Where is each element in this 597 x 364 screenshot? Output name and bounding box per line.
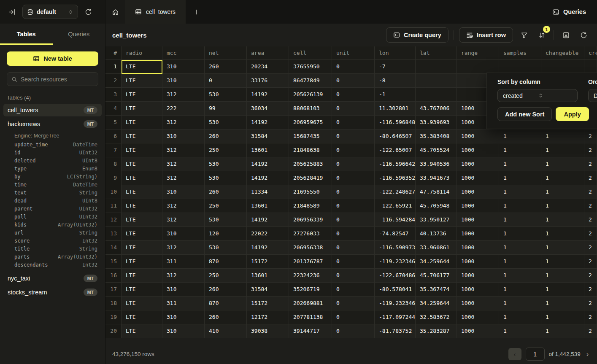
table-cell[interactable]: LTE xyxy=(122,269,162,283)
table-cell[interactable]: 1 xyxy=(499,213,541,227)
table-cell[interactable]: 2 xyxy=(584,324,597,338)
table-cell[interactable]: 201376787 xyxy=(289,255,332,269)
new-tab-button[interactable] xyxy=(186,0,207,24)
table-cell[interactable]: 1 xyxy=(541,199,584,213)
queries-button[interactable]: Queries xyxy=(552,8,586,16)
column-header-area[interactable]: area xyxy=(247,46,289,60)
table-cell[interactable]: -80.578041 xyxy=(375,283,416,297)
table-cell[interactable]: 99 xyxy=(205,102,247,116)
table-cell[interactable]: 1 xyxy=(541,185,584,199)
table-cell[interactable]: -122.65921 xyxy=(375,199,416,213)
table-cell[interactable]: 1 xyxy=(499,185,541,199)
table-cell[interactable]: 43.767006 xyxy=(416,102,457,116)
search-input[interactable] xyxy=(21,76,94,83)
table-cell[interactable]: 310 xyxy=(162,185,205,199)
table-cell[interactable]: 1000 xyxy=(457,283,499,297)
table-cell[interactable]: 35.383408 xyxy=(416,129,457,143)
table-cell[interactable] xyxy=(416,60,457,74)
table-cell[interactable]: -7 xyxy=(375,60,416,74)
table-cell[interactable]: 2 xyxy=(584,185,597,199)
table-cell[interactable]: -116.596848 xyxy=(375,116,416,129)
table-cell[interactable]: 0 xyxy=(332,116,375,129)
sort-order-select[interactable]: Descending xyxy=(588,89,597,102)
table-cell[interactable]: LTE xyxy=(122,283,162,297)
table-cell[interactable]: 250 xyxy=(205,143,247,157)
table-cell[interactable]: 0 xyxy=(332,199,375,213)
refresh-table-button[interactable] xyxy=(577,28,590,42)
table-cell[interactable]: 0 xyxy=(332,213,375,227)
table-cell[interactable]: LTE xyxy=(122,227,162,241)
table-cell[interactable]: 1 xyxy=(541,241,584,255)
table-cell[interactable]: 410 xyxy=(205,324,247,338)
table-cell[interactable]: 31584 xyxy=(247,283,289,297)
table-cell[interactable]: 530 xyxy=(205,213,247,227)
table-cell[interactable]: 1 xyxy=(541,297,584,310)
table-cell[interactable]: 21848589 xyxy=(289,199,332,213)
table-cell[interactable]: 2 xyxy=(584,129,597,143)
table-cell[interactable]: 260 xyxy=(205,129,247,143)
table-cell[interactable]: 37655950 xyxy=(289,60,332,74)
table-cell[interactable]: 1 xyxy=(499,255,541,269)
filter-button[interactable] xyxy=(517,28,531,42)
table-cell[interactable]: 1000 xyxy=(457,199,499,213)
table-cell[interactable]: 33.960861 xyxy=(416,241,457,255)
table-cell[interactable]: 2 xyxy=(584,171,597,185)
insert-row-button[interactable]: Insert row xyxy=(459,27,513,43)
table-cell[interactable]: LTE xyxy=(122,310,162,324)
table-cell[interactable]: 2 xyxy=(584,227,597,241)
table-cell[interactable]: LTE xyxy=(122,143,162,157)
database-selector[interactable]: default xyxy=(22,5,78,19)
table-cell[interactable]: 312 xyxy=(162,116,205,129)
table-cell[interactable]: LTE xyxy=(122,88,162,102)
table-cell[interactable]: 33.939693 xyxy=(416,116,457,129)
column-header-lat[interactable]: lat xyxy=(416,46,457,60)
column-header-created[interactable]: created xyxy=(584,46,597,60)
sort-button[interactable]: 1 xyxy=(535,28,548,42)
table-cell[interactable] xyxy=(416,74,457,88)
table-cell[interactable]: 22324236 xyxy=(289,269,332,283)
table-cell[interactable]: LTE xyxy=(122,129,162,143)
table-cell[interactable]: 1 xyxy=(541,171,584,185)
table-cell[interactable]: 206959675 xyxy=(289,116,332,129)
table-cell[interactable]: 205625883 xyxy=(289,157,332,171)
table-cell[interactable]: 88068103 xyxy=(289,102,332,116)
table-cell[interactable]: -116.590973 xyxy=(375,241,416,255)
table-cell[interactable]: 1000 xyxy=(457,269,499,283)
table-cell[interactable]: 35.367474 xyxy=(416,283,457,297)
table-cell[interactable]: 0 xyxy=(205,74,247,88)
table-cell[interactable]: 1 xyxy=(499,227,541,241)
table-cell[interactable]: 0 xyxy=(332,74,375,88)
column-header-cell[interactable]: cell xyxy=(289,46,332,60)
table-cell[interactable]: 870 xyxy=(205,297,247,310)
table-cell[interactable]: 205626139 xyxy=(289,88,332,102)
table-cell[interactable]: 312 xyxy=(162,199,205,213)
table-cell[interactable]: 15172 xyxy=(247,255,289,269)
table-cell[interactable]: 1000 xyxy=(457,255,499,269)
table-cell[interactable]: 45.705524 xyxy=(416,143,457,157)
table-cell[interactable]: 0 xyxy=(332,269,375,283)
table-cell[interactable]: 310 xyxy=(162,74,205,88)
table-cell[interactable]: 1000 xyxy=(457,241,499,255)
table-cell[interactable]: 250 xyxy=(205,199,247,213)
table-cell[interactable]: 86477849 xyxy=(289,74,332,88)
table-cell[interactable]: 0 xyxy=(332,143,375,157)
table-cell[interactable]: 1 xyxy=(541,269,584,283)
table-cell[interactable]: 35206719 xyxy=(289,283,332,297)
prev-page-button[interactable]: ‹ xyxy=(508,348,521,360)
table-cell[interactable]: -122.670486 xyxy=(375,269,416,283)
table-cell[interactable]: 530 xyxy=(205,88,247,102)
table-cell[interactable]: -80.646507 xyxy=(375,129,416,143)
collapse-sidebar-icon[interactable] xyxy=(8,8,16,16)
table-cell[interactable]: 260 xyxy=(205,185,247,199)
table-cell[interactable]: -1 xyxy=(375,88,416,102)
home-tab[interactable] xyxy=(105,0,125,24)
table-cell[interactable]: 1000 xyxy=(457,171,499,185)
table-cell[interactable]: 47.758114 xyxy=(416,185,457,199)
table-cell[interactable]: 310 xyxy=(162,227,205,241)
table-cell[interactable]: 14192 xyxy=(247,171,289,185)
table-cell[interactable] xyxy=(541,60,584,74)
table-cell[interactable]: 1000 xyxy=(457,157,499,171)
table-cell[interactable]: 14192 xyxy=(247,157,289,171)
table-cell[interactable]: 312 xyxy=(162,213,205,227)
table-cell[interactable]: 206956339 xyxy=(289,213,332,227)
